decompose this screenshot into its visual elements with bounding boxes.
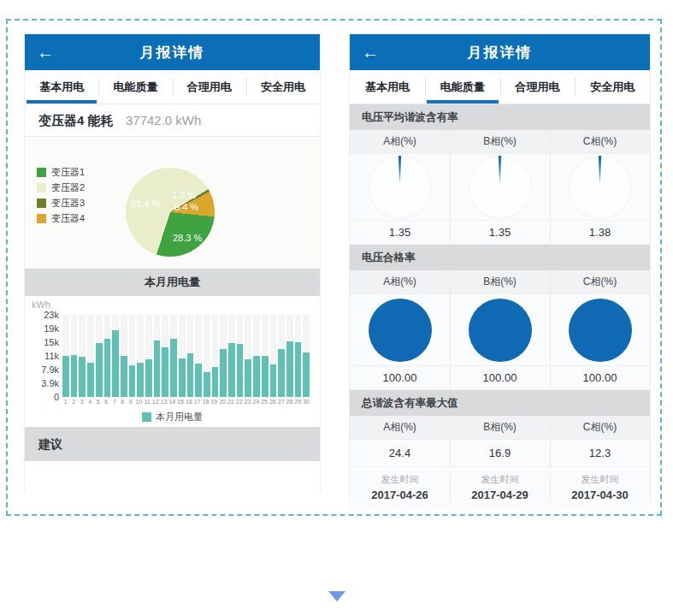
phase-value: 100.00 <box>450 366 550 389</box>
tab-合理用电[interactable]: 合理用电 <box>500 70 576 104</box>
tab-bar: 基本用电电能质量合理用电安全用电 <box>350 70 650 104</box>
legend-item: 变压器4 <box>37 210 85 226</box>
usage-bar-day-30 <box>303 352 310 397</box>
pie-graphic <box>126 168 215 257</box>
gauge-needle <box>398 156 402 187</box>
legend-color-swatch <box>37 214 46 223</box>
bar-slot-6 <box>104 315 111 397</box>
phase-value: 24.4 <box>350 440 450 466</box>
bar-slot-1 <box>62 315 69 397</box>
x-tick: 7 <box>111 399 118 405</box>
legend-label: 本月用电量 <box>156 411 203 424</box>
x-tick: 22 <box>236 399 243 405</box>
tab-电能质量[interactable]: 电能质量 <box>98 70 172 104</box>
pie-slice-label: 61.4 % <box>131 198 160 209</box>
x-tick: 23 <box>245 399 251 405</box>
app-bar: ← 月报详情 <box>25 34 320 70</box>
monthly-usage-bar-chart: kWh 23k19k15k11k7.9k3.9k0 12345678910111… <box>25 296 320 424</box>
bar-slot-20 <box>220 315 227 397</box>
pie-slice-label: 1.0 % <box>172 190 196 200</box>
phase-value: 16.9 <box>450 440 550 466</box>
occurrence-date-cell: 发生时间2017-04-26 <box>350 473 450 501</box>
bar-slot-3 <box>79 315 86 397</box>
tab-合理用电[interactable]: 合理用电 <box>173 70 246 104</box>
x-tick: 18 <box>203 399 210 405</box>
occurrence-date-label: 发生时间 <box>581 473 619 486</box>
phase-column-headers: A相(%)B相(%)C相(%) <box>350 270 650 294</box>
needle-gauge-row <box>350 154 650 221</box>
gauge-circle <box>469 156 532 219</box>
usage-bar-day-6 <box>104 339 111 397</box>
phase-column-header: C相(%) <box>550 416 650 439</box>
phase-column-header: C相(%) <box>550 130 650 153</box>
tab-bar: 基本用电电能质量合理用电安全用电 <box>25 70 320 104</box>
tab-安全用电[interactable]: 安全用电 <box>246 70 320 104</box>
tab-基本用电[interactable]: 基本用电 <box>350 70 425 104</box>
y-tick: 23k <box>44 310 59 320</box>
tab-电能质量[interactable]: 电能质量 <box>425 70 500 104</box>
section-title: 电压平均谐波含有率 <box>350 104 650 130</box>
x-tick: 30 <box>303 399 310 405</box>
bar-slot-4 <box>87 315 94 397</box>
legend-color-swatch <box>37 168 46 177</box>
tab-安全用电[interactable]: 安全用电 <box>575 70 650 104</box>
tab-基本用电[interactable]: 基本用电 <box>25 70 98 104</box>
bar-slot-24 <box>253 315 260 397</box>
phase-values-row: 1.351.351.38 <box>350 221 650 245</box>
transformer-energy-row: 变压器4 能耗 37742.0 kWh <box>25 104 320 137</box>
usage-bar-day-9 <box>129 365 136 397</box>
x-axis-ticks: 1234567891011121314151617181920212223242… <box>62 399 310 405</box>
bar-slot-22 <box>237 315 244 397</box>
bar-slot-9 <box>129 315 136 397</box>
x-tick: 4 <box>87 399 94 405</box>
x-tick: 28 <box>286 399 293 405</box>
phase-value: 1.35 <box>450 221 550 244</box>
usage-bar-day-29 <box>295 342 302 397</box>
screen-power-quality: ← 月报详情 基本用电电能质量合理用电安全用电 电压平均谐波含有率A相(%)B相… <box>350 34 650 501</box>
bar-slot-12 <box>154 315 161 397</box>
x-tick: 17 <box>194 399 201 405</box>
energy-share-pie-chart: 61.4 % 1.0 % 9.4 % 28.3 % <box>126 168 215 257</box>
bar-slot-29 <box>295 315 302 397</box>
y-axis-ticks: 23k19k15k11k7.9k3.9k0 <box>33 315 62 397</box>
occurrence-date-cell: 发生时间2017-04-29 <box>450 473 550 501</box>
legend-item: 变压器2 <box>37 180 85 195</box>
x-tick: 24 <box>252 399 259 405</box>
bar-slot-7 <box>112 315 119 397</box>
x-tick: 20 <box>219 399 226 405</box>
x-tick: 1 <box>62 399 69 405</box>
x-tick: 11 <box>144 399 151 405</box>
harmonic-needle-gauge <box>550 154 650 220</box>
pass-rate-disc-row <box>350 294 650 366</box>
x-tick: 13 <box>161 399 168 405</box>
page-title: 月报详情 <box>25 43 320 62</box>
x-tick: 3 <box>79 399 86 405</box>
usage-bar-day-18 <box>204 372 210 397</box>
bar-slot-30 <box>303 315 310 397</box>
phase-column-header: A相(%) <box>350 130 450 153</box>
phase-column-header: B相(%) <box>450 270 550 293</box>
occurrence-date-label: 发生时间 <box>481 473 519 486</box>
section-title: 电压合格率 <box>350 245 650 270</box>
bar-slot-11 <box>145 315 152 397</box>
usage-bar-day-2 <box>71 355 78 397</box>
harmonic-needle-gauge <box>450 154 550 220</box>
screen-basic-power: ← 月报详情 基本用电电能质量合理用电安全用电 变压器4 能耗 37742.0 … <box>25 34 320 491</box>
pass-rate-disc <box>569 299 632 362</box>
occurrence-dates-row: 发生时间2017-04-26发生时间2017-04-29发生时间2017-04-… <box>350 467 650 510</box>
page-canvas: ← 月报详情 基本用电电能质量合理用电安全用电 变压器4 能耗 37742.0 … <box>0 0 673 616</box>
x-tick: 21 <box>227 399 234 405</box>
usage-bar-day-3 <box>79 357 86 397</box>
bar-slot-21 <box>228 315 235 397</box>
legend-color-swatch <box>37 183 46 192</box>
usage-bar-day-1 <box>62 356 69 397</box>
transformer-energy-value: 37742.0 kWh <box>126 113 201 127</box>
legend-swatch <box>142 412 151 422</box>
usage-bar-day-21 <box>228 343 235 397</box>
gauge-needle <box>498 156 502 187</box>
occurrence-date: 2017-04-30 <box>571 489 629 501</box>
usage-bar-day-25 <box>262 356 269 397</box>
y-tick: 7.9k <box>41 364 59 375</box>
phase-value: 100.00 <box>550 366 650 389</box>
x-tick: 10 <box>136 399 143 405</box>
